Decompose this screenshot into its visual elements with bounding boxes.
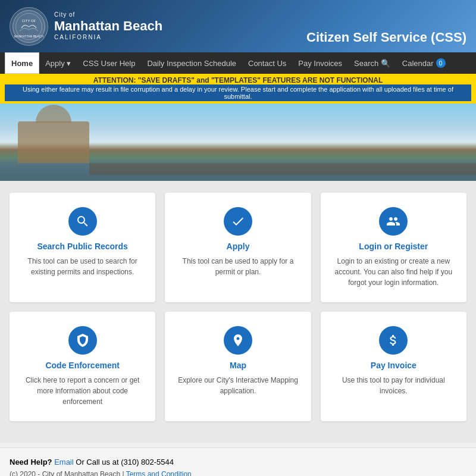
card-search-public-records-desc: This tool can be used to search for exis…	[19, 256, 146, 277]
alert-body: Using either feature may result in file …	[5, 84, 471, 101]
site-title: Citizen Self Service (CSS)	[306, 30, 466, 45]
svg-text:CITY OF: CITY OF	[22, 19, 36, 23]
map-icon	[224, 326, 252, 355]
card-pay-invoice-title: Pay Invoice	[330, 361, 457, 370]
hero-pier-shape	[89, 163, 476, 175]
city-of-label: City of	[54, 11, 162, 18]
city-seal: CITY OF MANHATTAN BEACH	[10, 7, 48, 46]
card-login-register-desc: Login to an existing or create a new acc…	[330, 256, 457, 288]
pay-invoice-icon	[379, 326, 408, 355]
alert-banner: ATTENTION: "SAVE DRAFTS" and "TEMPLATES"…	[0, 74, 476, 104]
card-code-enforcement-title: Code Enforcement	[19, 361, 146, 370]
code-enforcement-icon	[68, 326, 97, 355]
cards-row-2: Code Enforcement Click here to report a …	[10, 312, 466, 421]
card-code-enforcement[interactable]: Code Enforcement Click here to report a …	[10, 312, 155, 421]
city-main-name: Manhattan Beach	[54, 18, 162, 34]
login-register-icon	[379, 207, 408, 236]
nav-search[interactable]: Search 🔍	[348, 52, 396, 74]
help-line: Need Help? Email Or Call us at (310) 802…	[10, 458, 466, 466]
card-apply[interactable]: Apply This tool can be used to apply for…	[165, 193, 311, 302]
card-apply-title: Apply	[174, 242, 301, 251]
nav-contact-us[interactable]: Contact Us	[242, 52, 292, 74]
help-suffix: Or Call us at (310) 802-5544	[76, 458, 174, 466]
card-login-register-title: Login or Register	[330, 242, 457, 251]
apply-icon	[224, 207, 252, 236]
svg-text:MANHATTAN BEACH: MANHATTAN BEACH	[14, 35, 43, 38]
copyright-line: (c) 2020 - City of Manhattan Beach | Ter…	[10, 470, 466, 476]
card-search-public-records-title: Search Public Records	[19, 242, 146, 251]
alert-title: ATTENTION: "SAVE DRAFTS" and "TEMPLATES"…	[5, 76, 471, 84]
city-name-block: City of Manhattan Beach CALIFORNIA	[54, 11, 162, 41]
card-code-enforcement-desc: Click here to report a concern or get mo…	[19, 375, 146, 407]
copyright-text: (c) 2020 - City of Manhattan Beach |	[10, 470, 126, 476]
terms-link[interactable]: Terms and Condition	[126, 470, 192, 476]
nav-daily-inspection[interactable]: Daily Inspection Schedule	[141, 52, 242, 74]
logo-area: CITY OF MANHATTAN BEACH City of Manhatta…	[10, 7, 162, 46]
email-link[interactable]: Email	[54, 458, 74, 466]
nav-home[interactable]: Home	[5, 52, 39, 74]
hero-dome-shape	[36, 105, 71, 123]
card-search-public-records[interactable]: Search Public Records This tool can be u…	[10, 193, 155, 302]
card-map-title: Map	[174, 361, 301, 370]
hero-image	[0, 104, 476, 181]
site-header: CITY OF MANHATTAN BEACH City of Manhatta…	[0, 0, 476, 52]
cards-row-1: Search Public Records This tool can be u…	[10, 193, 466, 302]
nav-pay-invoices[interactable]: Pay Invoices	[292, 52, 348, 74]
card-map-desc: Explore our City's Interactive Mapping a…	[174, 375, 301, 396]
card-map[interactable]: Map Explore our City's Interactive Mappi…	[165, 312, 311, 421]
card-apply-desc: This tool can be used to apply for a per…	[174, 256, 301, 277]
main-nav: Home Apply ▾ CSS User Help Daily Inspect…	[0, 52, 476, 74]
city-state: CALIFORNIA	[54, 34, 162, 41]
need-help-label: Need Help?	[10, 458, 52, 466]
cards-section: Search Public Records This tool can be u…	[0, 181, 476, 443]
nav-css-user-help[interactable]: CSS User Help	[77, 52, 141, 74]
card-login-register[interactable]: Login or Register Login to an existing o…	[321, 193, 466, 302]
card-pay-invoice[interactable]: Pay Invoice Use this tool to pay for ind…	[321, 312, 466, 421]
search-public-records-icon	[68, 207, 97, 236]
hero-buildings-shape	[18, 121, 89, 163]
footer: Need Help? Email Or Call us at (310) 802…	[0, 447, 476, 476]
nav-apply[interactable]: Apply ▾	[39, 52, 77, 74]
calendar-badge: 0	[436, 58, 446, 68]
card-pay-invoice-desc: Use this tool to pay for individual invo…	[330, 375, 457, 396]
nav-calendar[interactable]: Calendar 0	[396, 52, 452, 74]
